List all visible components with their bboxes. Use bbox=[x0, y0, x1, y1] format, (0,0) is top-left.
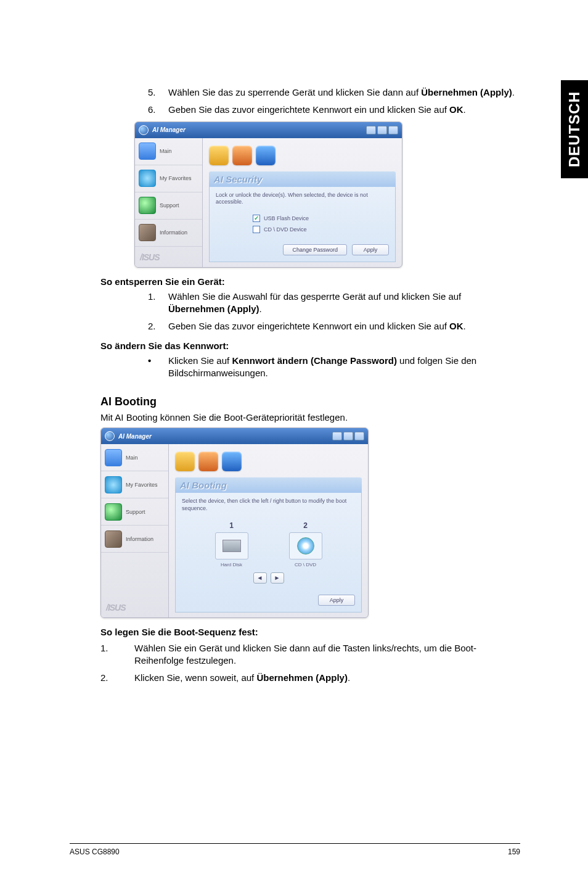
change-password-button[interactable]: Change Password bbox=[283, 244, 347, 255]
t: Übernehmen (Apply) bbox=[421, 87, 512, 97]
panel-body: Lock or unlock the device(s). When selec… bbox=[209, 187, 396, 262]
footer-model: ASUS CG8890 bbox=[70, 848, 120, 856]
steps-top: 5. Wählen Sie das zu sperrende Gerät und… bbox=[134, 86, 520, 117]
t: Geben Sie das zuvor eingerichtete Kennwo… bbox=[168, 104, 449, 115]
step-number: 1. bbox=[100, 642, 134, 667]
step-text: Geben Sie das zuvor eingerichtete Kennwo… bbox=[168, 320, 520, 332]
label: Main bbox=[160, 148, 172, 154]
usb-option[interactable]: ✓USB Flash Device bbox=[253, 215, 389, 222]
priority-number: 1 bbox=[207, 521, 256, 530]
t: Kennwort ändern (Change Password) bbox=[232, 355, 397, 366]
toolbar bbox=[175, 449, 362, 477]
step-5: 5. Wählen Sie das zu sperrende Gerät und… bbox=[134, 86, 520, 99]
t: . bbox=[512, 87, 515, 97]
label: My Favorites bbox=[160, 175, 192, 181]
sidebar: Main My Favorites Support Information /I… bbox=[101, 444, 169, 617]
minimize-button[interactable] bbox=[366, 126, 376, 134]
t: . bbox=[259, 303, 262, 314]
label: Main bbox=[126, 455, 138, 461]
window-title: AI Manager bbox=[152, 126, 186, 133]
tool-icon-2[interactable] bbox=[232, 146, 252, 165]
apply-button[interactable]: Apply bbox=[318, 595, 355, 606]
main-panel: AI Security Lock or unlock the device(s)… bbox=[203, 138, 402, 267]
t: OK bbox=[449, 104, 463, 115]
tool-icon-3[interactable] bbox=[222, 452, 242, 471]
sidebar-support[interactable]: Support bbox=[135, 192, 202, 220]
step-number: 2. bbox=[100, 672, 134, 684]
t: OK bbox=[449, 321, 463, 331]
bullet-text: Klicken Sie auf Kennwort ändern (Change … bbox=[168, 355, 520, 380]
favorites-icon bbox=[105, 476, 122, 493]
sidebar-support[interactable]: Support bbox=[101, 498, 168, 526]
step-text: Wählen Sie die Auswahl für das gesperrte… bbox=[168, 291, 520, 316]
sidebar-favorites[interactable]: My Favorites bbox=[135, 165, 202, 192]
label: Support bbox=[126, 509, 145, 515]
main-panel: AI Booting Select the device, then click… bbox=[169, 444, 368, 617]
label: CD \ DVD Device bbox=[264, 226, 307, 233]
support-icon bbox=[105, 503, 122, 521]
boot-device-2[interactable]: 2 CD \ DVD bbox=[281, 521, 330, 567]
apply-button[interactable]: Apply bbox=[352, 244, 389, 255]
t: Übernehmen (Apply) bbox=[168, 303, 259, 314]
right-arrow-button[interactable]: ► bbox=[271, 572, 284, 584]
boot-device-1[interactable]: 1 Hard Disk bbox=[207, 521, 256, 567]
unlock-step-1: 1. Wählen Sie die Auswahl für das gesper… bbox=[134, 291, 520, 316]
support-icon bbox=[139, 197, 156, 214]
tool-icon-2[interactable] bbox=[198, 452, 218, 471]
sidebar-favorites[interactable]: My Favorites bbox=[101, 471, 168, 498]
label: Information bbox=[126, 536, 153, 542]
panel-body: Select the device, then click the left /… bbox=[175, 493, 362, 612]
label: Information bbox=[160, 229, 187, 236]
toolbar bbox=[209, 143, 396, 171]
step-number: 6. bbox=[134, 104, 168, 116]
cd-icon bbox=[297, 537, 314, 555]
page-content: 5. Wählen Sie das zu sperrende Gerät und… bbox=[0, 0, 588, 887]
ai-manager-booting-window: AI Manager Main My Favorites Support Inf… bbox=[100, 427, 369, 617]
left-arrow-button[interactable]: ◄ bbox=[253, 572, 267, 584]
panel-title: AI Booting bbox=[175, 477, 362, 493]
minimize-button[interactable] bbox=[332, 432, 342, 440]
panel-desc: Lock or unlock the device(s). When selec… bbox=[216, 192, 389, 206]
tool-icon-1[interactable] bbox=[175, 452, 195, 471]
checkbox-icon[interactable]: ✓ bbox=[253, 215, 260, 222]
heading-ai-booting: AI Booting bbox=[100, 395, 520, 408]
t: . bbox=[463, 321, 466, 331]
tool-icon-3[interactable] bbox=[256, 146, 276, 165]
heading-bootseq: So legen Sie die Boot-Sequenz fest: bbox=[100, 627, 520, 637]
boot-step-1: 1. Wählen Sie ein Gerät und klicken Sie … bbox=[100, 642, 520, 667]
heading-unlock: So entsperren Sie ein Gerät: bbox=[100, 276, 520, 287]
t: . bbox=[463, 104, 466, 115]
booting-intro: Mit AI Booting können Sie die Boot-Gerät… bbox=[100, 412, 520, 423]
cddvd-option[interactable]: CD \ DVD Device bbox=[253, 226, 389, 233]
step-number: 5. bbox=[134, 86, 168, 99]
brand-logo: /ISUS bbox=[101, 598, 168, 617]
info-icon bbox=[139, 224, 156, 241]
close-button[interactable] bbox=[354, 432, 364, 440]
checkbox-icon[interactable] bbox=[253, 226, 260, 233]
hdd-icon bbox=[223, 540, 241, 552]
step-number: 1. bbox=[134, 291, 168, 316]
t: Wählen Sie ein Gerät und klicken Sie dan… bbox=[134, 643, 476, 666]
tool-icon-1[interactable] bbox=[209, 146, 229, 165]
label: USB Flash Device bbox=[264, 215, 309, 221]
sidebar-main[interactable]: Main bbox=[135, 138, 202, 165]
sidebar-information[interactable]: Information bbox=[101, 526, 168, 553]
close-button[interactable] bbox=[388, 126, 398, 134]
t: Übernehmen (Apply) bbox=[256, 672, 348, 683]
boot-seq-section: So legen Sie die Boot-Sequenz fest: 1. W… bbox=[100, 627, 520, 685]
maximize-button[interactable] bbox=[343, 432, 353, 440]
sidebar-information[interactable]: Information bbox=[135, 220, 202, 247]
window-title: AI Manager bbox=[118, 433, 152, 440]
label: Support bbox=[160, 202, 179, 208]
arrow-row: ◄ ► bbox=[182, 572, 355, 584]
favorites-icon bbox=[139, 170, 156, 187]
sidebar-main[interactable]: Main bbox=[101, 444, 168, 471]
step-number: 2. bbox=[134, 320, 168, 332]
device-label: CD \ DVD bbox=[281, 562, 330, 567]
window-buttons bbox=[366, 126, 398, 134]
panel-title: AI Security bbox=[209, 171, 396, 187]
heading-changepw: So ändern Sie das Kennwort: bbox=[100, 340, 520, 351]
maximize-button[interactable] bbox=[377, 126, 387, 134]
unlock-section: So entsperren Sie ein Gerät: 1. Wählen S… bbox=[134, 276, 520, 379]
priority-number: 2 bbox=[281, 521, 330, 530]
